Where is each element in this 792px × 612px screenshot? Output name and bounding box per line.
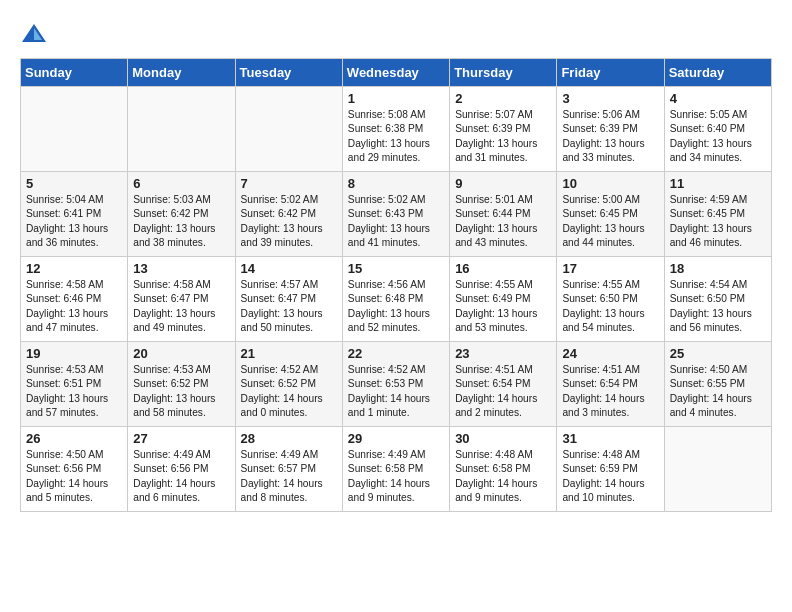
calendar-cell: 14Sunrise: 4:57 AMSunset: 6:47 PMDayligh… <box>235 257 342 342</box>
calendar-cell: 5Sunrise: 5:04 AMSunset: 6:41 PMDaylight… <box>21 172 128 257</box>
header-saturday: Saturday <box>664 59 771 87</box>
day-details: Sunrise: 4:49 AMSunset: 6:58 PMDaylight:… <box>348 448 444 505</box>
day-details: Sunrise: 4:48 AMSunset: 6:58 PMDaylight:… <box>455 448 551 505</box>
day-number: 26 <box>26 431 122 446</box>
day-details: Sunrise: 4:55 AMSunset: 6:50 PMDaylight:… <box>562 278 658 335</box>
logo <box>20 20 52 48</box>
day-number: 15 <box>348 261 444 276</box>
calendar-cell: 20Sunrise: 4:53 AMSunset: 6:52 PMDayligh… <box>128 342 235 427</box>
calendar-table: SundayMondayTuesdayWednesdayThursdayFrid… <box>20 58 772 512</box>
day-details: Sunrise: 4:52 AMSunset: 6:53 PMDaylight:… <box>348 363 444 420</box>
day-details: Sunrise: 4:51 AMSunset: 6:54 PMDaylight:… <box>562 363 658 420</box>
day-details: Sunrise: 4:58 AMSunset: 6:47 PMDaylight:… <box>133 278 229 335</box>
day-details: Sunrise: 4:58 AMSunset: 6:46 PMDaylight:… <box>26 278 122 335</box>
calendar-cell: 12Sunrise: 4:58 AMSunset: 6:46 PMDayligh… <box>21 257 128 342</box>
header-tuesday: Tuesday <box>235 59 342 87</box>
day-details: Sunrise: 4:53 AMSunset: 6:52 PMDaylight:… <box>133 363 229 420</box>
day-details: Sunrise: 4:56 AMSunset: 6:48 PMDaylight:… <box>348 278 444 335</box>
day-number: 23 <box>455 346 551 361</box>
day-number: 18 <box>670 261 766 276</box>
header-monday: Monday <box>128 59 235 87</box>
day-details: Sunrise: 5:02 AMSunset: 6:43 PMDaylight:… <box>348 193 444 250</box>
calendar-cell: 17Sunrise: 4:55 AMSunset: 6:50 PMDayligh… <box>557 257 664 342</box>
calendar-cell: 18Sunrise: 4:54 AMSunset: 6:50 PMDayligh… <box>664 257 771 342</box>
day-details: Sunrise: 4:51 AMSunset: 6:54 PMDaylight:… <box>455 363 551 420</box>
day-number: 27 <box>133 431 229 446</box>
calendar-cell: 11Sunrise: 4:59 AMSunset: 6:45 PMDayligh… <box>664 172 771 257</box>
day-number: 11 <box>670 176 766 191</box>
day-number: 28 <box>241 431 337 446</box>
day-number: 14 <box>241 261 337 276</box>
calendar-cell: 4Sunrise: 5:05 AMSunset: 6:40 PMDaylight… <box>664 87 771 172</box>
calendar-cell: 24Sunrise: 4:51 AMSunset: 6:54 PMDayligh… <box>557 342 664 427</box>
logo-icon <box>20 20 48 48</box>
day-number: 4 <box>670 91 766 106</box>
calendar-cell: 28Sunrise: 4:49 AMSunset: 6:57 PMDayligh… <box>235 427 342 512</box>
day-number: 24 <box>562 346 658 361</box>
day-number: 30 <box>455 431 551 446</box>
day-number: 10 <box>562 176 658 191</box>
header-thursday: Thursday <box>450 59 557 87</box>
page-header <box>20 20 772 48</box>
day-details: Sunrise: 5:02 AMSunset: 6:42 PMDaylight:… <box>241 193 337 250</box>
calendar-cell <box>21 87 128 172</box>
day-details: Sunrise: 4:50 AMSunset: 6:55 PMDaylight:… <box>670 363 766 420</box>
calendar-cell <box>128 87 235 172</box>
day-number: 2 <box>455 91 551 106</box>
day-details: Sunrise: 5:08 AMSunset: 6:38 PMDaylight:… <box>348 108 444 165</box>
day-number: 7 <box>241 176 337 191</box>
calendar-cell: 7Sunrise: 5:02 AMSunset: 6:42 PMDaylight… <box>235 172 342 257</box>
calendar-cell: 22Sunrise: 4:52 AMSunset: 6:53 PMDayligh… <box>342 342 449 427</box>
day-details: Sunrise: 4:50 AMSunset: 6:56 PMDaylight:… <box>26 448 122 505</box>
week-row-5: 26Sunrise: 4:50 AMSunset: 6:56 PMDayligh… <box>21 427 772 512</box>
calendar-cell: 6Sunrise: 5:03 AMSunset: 6:42 PMDaylight… <box>128 172 235 257</box>
calendar-cell: 8Sunrise: 5:02 AMSunset: 6:43 PMDaylight… <box>342 172 449 257</box>
week-row-1: 1Sunrise: 5:08 AMSunset: 6:38 PMDaylight… <box>21 87 772 172</box>
day-details: Sunrise: 4:48 AMSunset: 6:59 PMDaylight:… <box>562 448 658 505</box>
day-details: Sunrise: 4:55 AMSunset: 6:49 PMDaylight:… <box>455 278 551 335</box>
calendar-cell: 29Sunrise: 4:49 AMSunset: 6:58 PMDayligh… <box>342 427 449 512</box>
day-number: 17 <box>562 261 658 276</box>
calendar-cell: 31Sunrise: 4:48 AMSunset: 6:59 PMDayligh… <box>557 427 664 512</box>
calendar-cell <box>664 427 771 512</box>
calendar-cell <box>235 87 342 172</box>
calendar-cell: 1Sunrise: 5:08 AMSunset: 6:38 PMDaylight… <box>342 87 449 172</box>
day-number: 8 <box>348 176 444 191</box>
day-details: Sunrise: 5:00 AMSunset: 6:45 PMDaylight:… <box>562 193 658 250</box>
week-row-3: 12Sunrise: 4:58 AMSunset: 6:46 PMDayligh… <box>21 257 772 342</box>
day-number: 6 <box>133 176 229 191</box>
calendar-cell: 9Sunrise: 5:01 AMSunset: 6:44 PMDaylight… <box>450 172 557 257</box>
day-details: Sunrise: 4:49 AMSunset: 6:57 PMDaylight:… <box>241 448 337 505</box>
day-details: Sunrise: 5:07 AMSunset: 6:39 PMDaylight:… <box>455 108 551 165</box>
calendar-cell: 13Sunrise: 4:58 AMSunset: 6:47 PMDayligh… <box>128 257 235 342</box>
calendar-cell: 2Sunrise: 5:07 AMSunset: 6:39 PMDaylight… <box>450 87 557 172</box>
day-number: 1 <box>348 91 444 106</box>
calendar-cell: 10Sunrise: 5:00 AMSunset: 6:45 PMDayligh… <box>557 172 664 257</box>
header-friday: Friday <box>557 59 664 87</box>
day-number: 5 <box>26 176 122 191</box>
calendar-cell: 25Sunrise: 4:50 AMSunset: 6:55 PMDayligh… <box>664 342 771 427</box>
day-details: Sunrise: 5:03 AMSunset: 6:42 PMDaylight:… <box>133 193 229 250</box>
week-row-4: 19Sunrise: 4:53 AMSunset: 6:51 PMDayligh… <box>21 342 772 427</box>
calendar-cell: 23Sunrise: 4:51 AMSunset: 6:54 PMDayligh… <box>450 342 557 427</box>
header-wednesday: Wednesday <box>342 59 449 87</box>
week-row-2: 5Sunrise: 5:04 AMSunset: 6:41 PMDaylight… <box>21 172 772 257</box>
calendar-cell: 26Sunrise: 4:50 AMSunset: 6:56 PMDayligh… <box>21 427 128 512</box>
day-number: 16 <box>455 261 551 276</box>
day-details: Sunrise: 4:52 AMSunset: 6:52 PMDaylight:… <box>241 363 337 420</box>
calendar-cell: 15Sunrise: 4:56 AMSunset: 6:48 PMDayligh… <box>342 257 449 342</box>
day-number: 25 <box>670 346 766 361</box>
calendar-cell: 16Sunrise: 4:55 AMSunset: 6:49 PMDayligh… <box>450 257 557 342</box>
day-details: Sunrise: 4:57 AMSunset: 6:47 PMDaylight:… <box>241 278 337 335</box>
day-details: Sunrise: 5:05 AMSunset: 6:40 PMDaylight:… <box>670 108 766 165</box>
calendar-cell: 3Sunrise: 5:06 AMSunset: 6:39 PMDaylight… <box>557 87 664 172</box>
day-number: 21 <box>241 346 337 361</box>
day-number: 19 <box>26 346 122 361</box>
day-number: 9 <box>455 176 551 191</box>
calendar-cell: 27Sunrise: 4:49 AMSunset: 6:56 PMDayligh… <box>128 427 235 512</box>
calendar-header-row: SundayMondayTuesdayWednesdayThursdayFrid… <box>21 59 772 87</box>
day-details: Sunrise: 5:01 AMSunset: 6:44 PMDaylight:… <box>455 193 551 250</box>
day-number: 13 <box>133 261 229 276</box>
day-details: Sunrise: 4:54 AMSunset: 6:50 PMDaylight:… <box>670 278 766 335</box>
day-details: Sunrise: 4:49 AMSunset: 6:56 PMDaylight:… <box>133 448 229 505</box>
